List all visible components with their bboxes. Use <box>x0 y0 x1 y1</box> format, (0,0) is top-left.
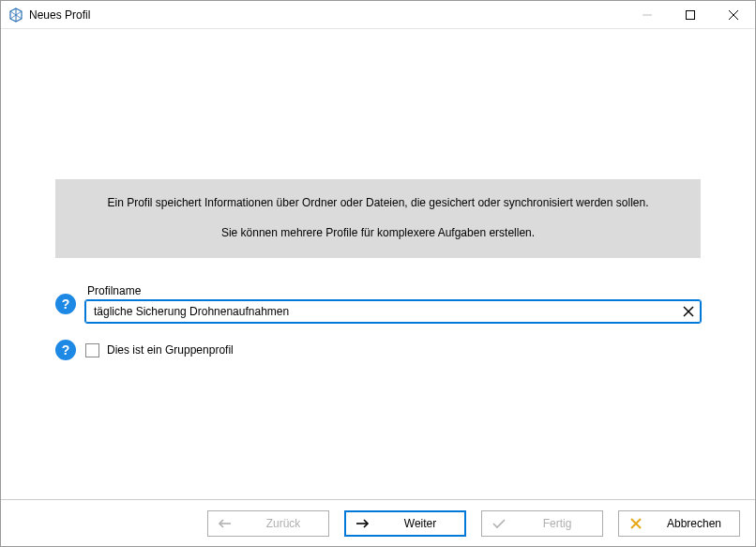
finish-button: Fertig <box>481 510 603 537</box>
close-button[interactable] <box>712 1 755 29</box>
maximize-button[interactable] <box>669 1 712 29</box>
titlebar: Neues Profil <box>1 1 755 29</box>
finish-label: Fertig <box>522 517 593 530</box>
back-label: Zurück <box>248 517 319 530</box>
app-icon <box>8 8 23 23</box>
form-area: ? Profilname ? Dies ist ein Gruppenprofi… <box>55 284 701 360</box>
check-icon <box>491 516 507 531</box>
content-area: Ein Profil speichert Informationen über … <box>1 29 755 499</box>
group-profile-label: Dies ist ein Gruppenprofil <box>107 343 234 357</box>
info-panel: Ein Profil speichert Informationen über … <box>55 179 701 258</box>
window-title: Neues Profil <box>29 8 90 22</box>
profilname-label: Profilname <box>85 284 701 297</box>
arrow-left-icon <box>218 516 233 531</box>
wizard-window: Neues Profil Ein Profil speichert Inform… <box>0 0 756 547</box>
button-bar: Zurück Weiter Fertig Abbrechen <box>1 499 755 546</box>
cancel-icon <box>628 516 643 531</box>
svg-rect-5 <box>687 10 695 19</box>
next-label: Weiter <box>385 517 456 530</box>
info-line-1: Ein Profil speichert Informationen über … <box>82 194 674 211</box>
back-button: Zurück <box>207 510 329 537</box>
cancel-button[interactable]: Abbrechen <box>618 510 740 537</box>
group-profile-checkbox[interactable] <box>85 343 99 357</box>
minimize-button[interactable] <box>626 1 669 29</box>
help-icon[interactable]: ? <box>55 294 76 314</box>
help-icon[interactable]: ? <box>55 340 76 360</box>
arrow-right-icon <box>355 516 370 531</box>
cancel-label: Abbrechen <box>658 517 730 530</box>
next-button[interactable]: Weiter <box>344 510 466 537</box>
clear-input-icon[interactable] <box>680 303 697 320</box>
info-line-2: Sie können mehrere Profile für komplexer… <box>82 224 674 241</box>
profilname-input[interactable] <box>85 300 701 323</box>
